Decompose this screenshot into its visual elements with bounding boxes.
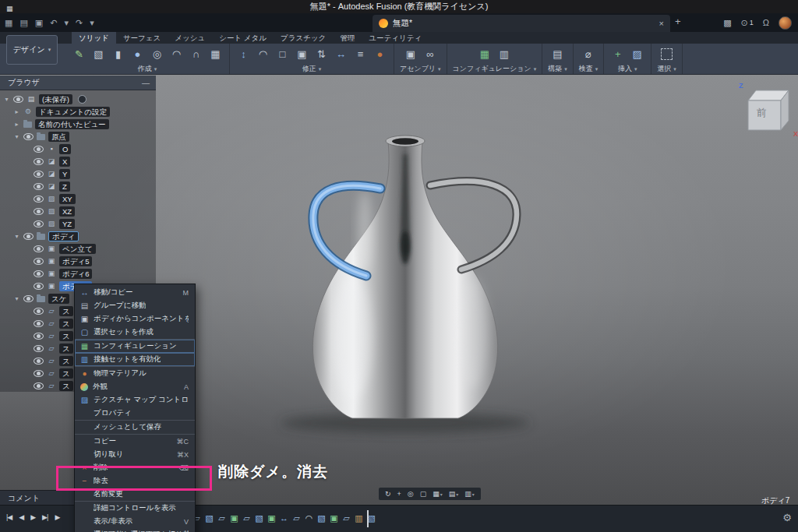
row-plane-xy-label[interactable]: XY [59,194,76,204]
row-sketches-label[interactable]: スケ [48,294,69,304]
save-icon[interactable]: ▣ [35,18,43,28]
row-sketch-7-label[interactable]: ス [59,381,73,391]
physical-material-icon[interactable]: ● [372,46,388,62]
menu-create-selection-set[interactable]: ▢選択セットを作成 [75,326,195,339]
row-sketch-2-label[interactable]: ス [59,319,73,329]
row-bodies-label[interactable]: ボディ [48,231,79,241]
visibility-eye-icon[interactable] [34,283,44,290]
zoom-icon[interactable]: ◎ [408,490,414,498]
tree-chevron-icon[interactable]: ▸ [13,108,20,115]
row-axis-y-label[interactable]: Y [59,169,70,179]
joint-icon[interactable]: ∞ [422,46,438,62]
row-body-penstand[interactable]: ▣ペン立て [0,242,156,255]
group-insert-label[interactable]: 挿入▾ [618,64,637,74]
tab-manage[interactable]: 管理 [333,32,362,44]
step-forward-button[interactable]: ▶| [42,513,48,521]
row-axis-z[interactable]: ◪Z [0,180,156,192]
viewcube-front-face[interactable]: 前 [748,106,775,120]
measure-icon[interactable]: ⌀ [580,46,596,62]
row-sketch-4-label[interactable]: ス [59,344,73,354]
create-box-icon[interactable]: ▧ [90,46,107,62]
row-document-settings-label[interactable]: ドキュメントの設定 [36,107,110,117]
tl-move-icon[interactable]: ↔ [279,512,289,524]
insert-mesh-icon[interactable]: + [609,46,626,62]
avatar[interactable] [779,16,792,30]
step-back-button[interactable]: ◀ [19,513,23,521]
tl-combine-icon[interactable]: ▥ [354,512,364,524]
play-button[interactable]: ▶ [30,513,35,521]
tl-fillet-icon[interactable]: ◠ [304,512,314,524]
row-sketch-5-label[interactable]: ス [59,356,73,366]
group-configuration-label[interactable]: コンフィギュレーション▾ [453,64,537,74]
row-named-views-label[interactable]: 名前の付いたビュー [35,119,109,129]
row-document-root[interactable]: ▾▤(未保存) [0,93,156,105]
offset-face-icon[interactable]: ⇅ [313,46,330,62]
new-tab-button[interactable]: + [675,16,681,27]
create-coil-icon[interactable]: ◠ [168,46,185,62]
row-origin-o-label[interactable]: O [59,144,71,154]
menu-toggle-selectable[interactable]: 選択可能と選択不可を切り替え [75,528,195,532]
tl-sketch-icon[interactable]: ▱ [242,512,252,524]
tab-mesh[interactable]: メッシュ [168,32,212,44]
tab-plastic[interactable]: プラスチック [274,32,333,44]
go-to-start-button[interactable]: |◀ [6,513,12,521]
visibility-eye-icon[interactable] [23,133,34,140]
align-icon[interactable]: ≡ [352,46,369,62]
menu-configuration[interactable]: ▦コンフィギュレーション [75,339,195,353]
row-axis-x-label[interactable]: X [59,157,70,167]
menu-appearance[interactable]: 外観A [75,380,195,393]
visibility-eye-icon[interactable] [34,345,44,352]
visibility-eye-icon[interactable] [34,171,44,178]
tab-utilities[interactable]: ユーティリティ [362,32,429,44]
visibility-eye-icon[interactable] [13,96,23,103]
row-body-5[interactable]: ▣ボディ5 [0,255,156,267]
tl-extrude-icon[interactable]: ▧ [316,512,327,524]
tl-sketch-icon[interactable]: ▱ [341,512,351,524]
group-inspect-label[interactable]: 検査▾ [579,64,598,74]
group-select-label[interactable]: 選択▾ [657,64,676,74]
visibility-eye-icon[interactable] [34,158,44,165]
timeline-playhead[interactable] [367,510,369,527]
row-plane-xz[interactable]: ▨XZ [0,205,156,217]
configure-icon[interactable]: ▦ [476,46,493,62]
row-sketch-3-label[interactable]: ス [59,331,73,341]
group-modify-label[interactable]: 修正▾ [302,64,322,74]
tree-chevron-icon[interactable]: ▾ [13,295,20,302]
tl-form-icon[interactable]: ▣ [329,512,339,524]
configuration-table-icon[interactable]: ▥ [496,46,512,62]
row-origin-label[interactable]: 原点 [48,132,69,142]
new-component-icon[interactable]: ▣ [402,46,418,62]
menu-texture-map[interactable]: ▨テクスチャ マップ コントロール [75,393,195,407]
orbit-icon[interactable]: ↻ [385,490,391,498]
redo-icon[interactable]: ↷ [76,18,83,28]
shell-icon[interactable]: □ [274,46,291,62]
row-named-views[interactable]: ▸名前の付いたビュー [0,118,156,130]
file-menu-icon[interactable]: ▤ [19,18,27,28]
move-copy-icon[interactable]: ↔ [333,46,349,62]
create-sphere-icon[interactable]: ● [129,46,146,62]
group-assemble-label[interactable]: アセンブリ▾ [400,64,441,74]
document-tab[interactable]: 無題* × [373,15,670,32]
menu-show-detail-controls[interactable]: 詳細コントロールを表示 [75,501,195,515]
menu-save-as-mesh[interactable]: メッシュとして保存 [75,420,195,434]
tl-sketch-icon[interactable]: ▱ [217,512,227,524]
undo-icon[interactable]: ↶ [50,18,57,28]
visibility-eye-icon[interactable] [34,308,44,315]
tab-surface[interactable]: サーフェス [116,32,168,44]
menu-physical-material[interactable]: ●物理マテリアル [75,366,195,380]
visibility-eye-icon[interactable] [34,183,44,190]
row-sketch-6-label[interactable]: ス [59,368,73,379]
row-plane-xy[interactable]: ▨XY [0,192,156,205]
row-sketch-1-label[interactable]: ス [59,306,73,316]
row-body-6-label[interactable]: ボディ6 [59,269,92,279]
visibility-eye-icon[interactable] [34,382,44,389]
notifications-icon[interactable]: Ω [763,18,769,27]
visibility-eye-icon[interactable] [23,295,34,302]
tree-chevron-icon[interactable]: ▸ [13,121,20,128]
workspace-switcher[interactable]: デザイン ▾ [6,35,58,65]
row-origin-o[interactable]: ▪O [0,143,156,155]
visibility-eye-icon[interactable] [34,320,44,327]
tl-form-icon[interactable]: ▣ [229,512,239,524]
insert-image-icon[interactable]: ▨ [629,46,645,62]
tl-form-icon[interactable]: ▣ [267,512,277,524]
